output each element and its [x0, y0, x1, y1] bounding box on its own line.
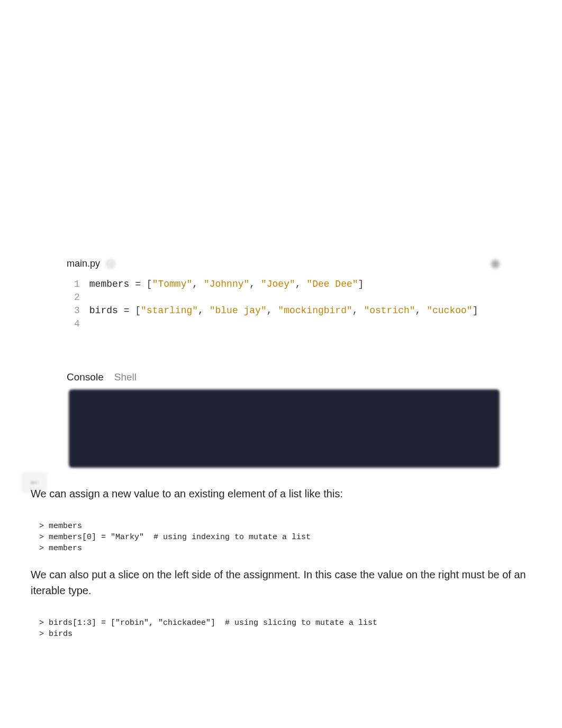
- code-line: [89, 291, 478, 304]
- status-indicator-icon: [491, 260, 500, 268]
- code-line: [89, 317, 478, 331]
- lesson-text: We can assign a new value to an existing…: [31, 486, 531, 652]
- file-tab-indicator: [105, 259, 116, 269]
- console-tabs: Console Shell: [67, 371, 500, 389]
- filename-label: main.py: [67, 258, 100, 269]
- code-example-line: > members: [39, 521, 523, 532]
- line-number: 3: [74, 304, 80, 317]
- tab-shell[interactable]: Shell: [114, 371, 137, 383]
- code-editor: main.py 1 2 3 4 members = ["Tommy", "Joh…: [67, 258, 500, 331]
- code-area[interactable]: 1 2 3 4 members = ["Tommy", "Johnny", "J…: [67, 275, 500, 331]
- code-example-line: > members[0] = "Marky" # using indexing …: [39, 532, 523, 543]
- paragraph: We can also put a slice on the left side…: [31, 567, 531, 598]
- console-panel: Console Shell: [67, 371, 500, 468]
- tab-console[interactable]: Console: [67, 371, 104, 383]
- code-lines: members = ["Tommy", "Johnny", "Joey", "D…: [89, 278, 478, 331]
- line-number: 2: [74, 291, 80, 304]
- line-number: 4: [74, 317, 80, 331]
- code-line: birds = ["starling", "blue jay", "mockin…: [89, 304, 478, 317]
- code-example: > members > members[0] = "Marky" # using…: [31, 514, 531, 567]
- code-line: members = ["Tommy", "Johnny", "Joey", "D…: [89, 278, 478, 291]
- console-output[interactable]: [69, 389, 500, 468]
- line-number: 1: [74, 278, 80, 291]
- code-example: > birds[1:3] = ["robin", "chickadee"] # …: [31, 611, 531, 652]
- file-tab[interactable]: main.py: [67, 258, 116, 269]
- paragraph: We can assign a new value to an existing…: [31, 486, 531, 502]
- code-example-line: > birds[1:3] = ["robin", "chickadee"] # …: [39, 617, 523, 629]
- line-number-gutter: 1 2 3 4: [67, 278, 80, 331]
- code-example-line: > members: [39, 543, 523, 554]
- code-example-line: > birds: [39, 629, 523, 640]
- file-tab-bar: main.py: [67, 258, 500, 275]
